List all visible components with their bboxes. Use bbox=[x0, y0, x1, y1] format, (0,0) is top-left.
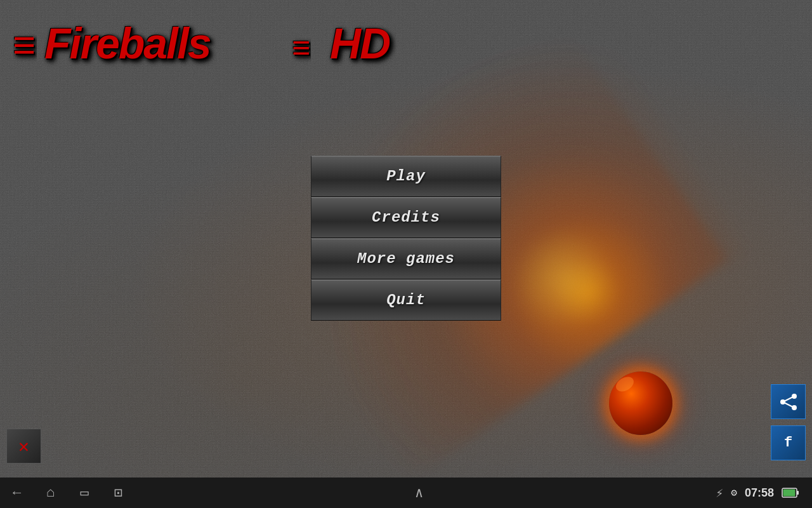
recent-apps-button[interactable]: ▭ bbox=[80, 485, 88, 502]
svg-rect-10 bbox=[797, 491, 799, 495]
navigation-bar: ← ⌂ ▭ ⊡ ∧ ⚡ ⚙ 07:58 bbox=[0, 478, 812, 508]
svg-text:Fireballs: Fireballs bbox=[44, 19, 211, 67]
svg-text:≡: ≡ bbox=[292, 30, 309, 65]
logo-text: ≡ Fireballs ≡ HD bbox=[13, 13, 431, 76]
screenshot-button[interactable]: ⊡ bbox=[114, 485, 122, 502]
home-button[interactable]: ⌂ bbox=[46, 485, 55, 501]
fireball bbox=[609, 371, 672, 435]
play-button[interactable]: Play bbox=[311, 156, 501, 197]
more-games-button[interactable]: More games bbox=[311, 238, 501, 279]
android-icon: ⚙ bbox=[731, 486, 737, 499]
svg-text:≡: ≡ bbox=[13, 23, 34, 67]
game-logo: ≡ Fireballs ≡ HD bbox=[13, 13, 431, 76]
share-button[interactable] bbox=[771, 384, 806, 419]
facebook-button[interactable]: f bbox=[771, 425, 806, 460]
nav-left-group: ← ⌂ ▭ ⊡ bbox=[13, 485, 122, 502]
main-menu: Play Credits More games Quit bbox=[311, 156, 501, 321]
mute-icon: ✕ bbox=[18, 436, 29, 457]
clock: 07:58 bbox=[745, 486, 774, 500]
mute-button[interactable]: ✕ bbox=[6, 429, 41, 464]
credits-button[interactable]: Credits bbox=[311, 197, 501, 238]
menu-up-icon[interactable]: ∧ bbox=[415, 485, 423, 502]
back-button[interactable]: ← bbox=[13, 485, 21, 501]
svg-line-7 bbox=[783, 396, 794, 402]
fireball-core bbox=[609, 371, 672, 435]
svg-rect-11 bbox=[783, 490, 795, 497]
usb-icon: ⚡ bbox=[716, 485, 723, 501]
share-icon bbox=[779, 392, 798, 411]
nav-center-group: ∧ bbox=[415, 485, 423, 502]
nav-right-group: ⚡ ⚙ 07:58 bbox=[716, 485, 799, 501]
battery-icon bbox=[782, 487, 799, 498]
svg-line-8 bbox=[783, 402, 794, 408]
facebook-icon: f bbox=[784, 435, 792, 451]
quit-button[interactable]: Quit bbox=[311, 279, 501, 321]
svg-text:HD: HD bbox=[330, 19, 390, 67]
